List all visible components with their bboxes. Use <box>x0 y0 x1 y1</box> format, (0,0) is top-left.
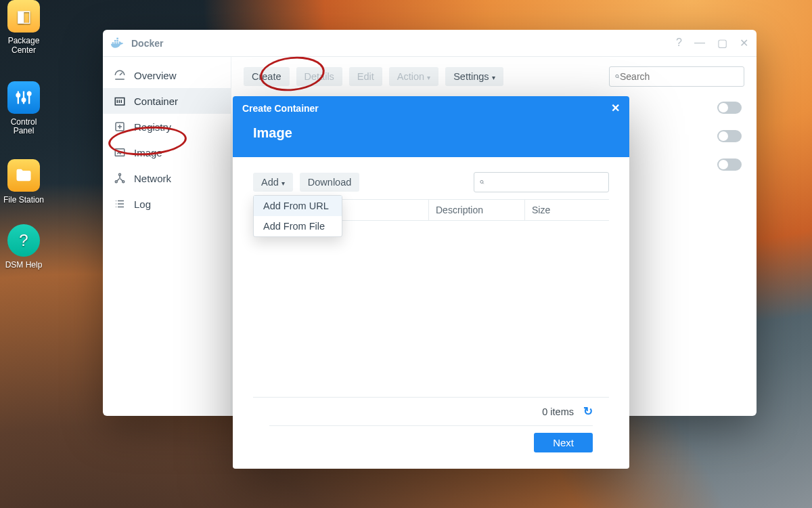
dialog-header: Create Container ✕ Image <box>233 96 629 157</box>
dialog-search-input[interactable] <box>484 177 603 188</box>
add-button[interactable]: Add▾ <box>253 173 293 192</box>
create-container-dialog: Create Container ✕ Image Add▾ Download A… <box>233 96 629 469</box>
next-button[interactable]: Next <box>534 433 593 452</box>
add-from-url-option[interactable]: Add From URL <box>254 196 342 216</box>
column-size[interactable]: Size <box>525 200 609 220</box>
dialog-toolbar: Add▾ Download <box>253 172 609 192</box>
dialog-close-button[interactable]: ✕ <box>611 102 620 114</box>
dialog-search-box[interactable] <box>474 172 609 192</box>
search-icon <box>480 177 484 187</box>
column-description[interactable]: Description <box>429 200 525 220</box>
modal-overlay: Create Container ✕ Image Add▾ Download A… <box>0 0 812 508</box>
dialog-footer: 0 items ↻ Next <box>253 397 609 462</box>
svg-point-29 <box>480 180 483 183</box>
dialog-heading: Image <box>233 120 629 141</box>
add-dropdown: Add From URL Add From File <box>253 195 342 237</box>
add-from-file-option[interactable]: Add From File <box>254 216 342 236</box>
dialog-title: Create Container <box>242 103 319 114</box>
download-button[interactable]: Download <box>300 173 360 192</box>
refresh-button[interactable]: ↻ <box>583 404 593 419</box>
caret-down-icon: ▾ <box>281 179 285 187</box>
image-table-body <box>253 221 609 397</box>
item-count: 0 items <box>542 406 574 417</box>
svg-line-30 <box>482 183 483 184</box>
